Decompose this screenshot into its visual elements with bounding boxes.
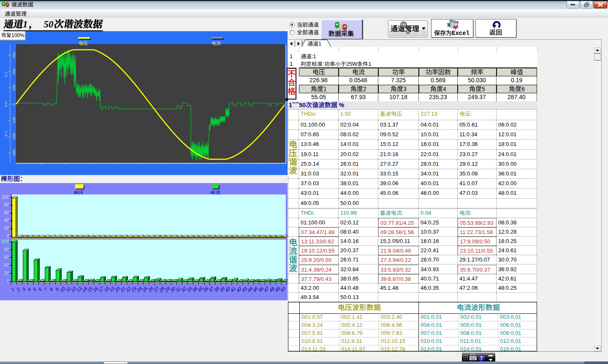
svg-text:?: ? [480,355,483,361]
